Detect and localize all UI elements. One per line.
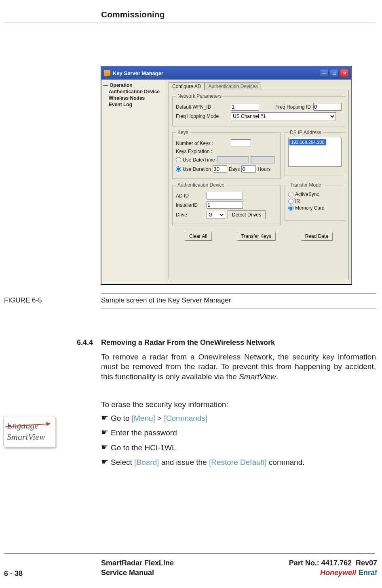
group-transfer-mode: Transfer Mode ActiveSync IR Memory Card xyxy=(285,182,345,221)
legend-ds-ip: DS IP Address xyxy=(288,130,323,135)
transfer-keys-button[interactable]: Transfer Keys xyxy=(237,232,276,241)
figure-rule-top xyxy=(101,293,376,294)
label-freq-hopping-id: Freq Hopping ID xyxy=(275,104,311,110)
ip-address-item[interactable]: 192.168.254.200 xyxy=(289,139,326,145)
badge-name: SmartView xyxy=(7,432,52,442)
footer-doc-title-2: Service Manual xyxy=(101,569,154,577)
detect-drives-button[interactable]: Detect Drives xyxy=(228,210,266,219)
input-ad-id[interactable] xyxy=(207,192,243,200)
tree-collapse-icon[interactable]: — xyxy=(103,82,108,88)
input-installer-id[interactable] xyxy=(207,201,243,209)
close-button[interactable]: ✕ xyxy=(340,69,349,77)
input-duration-hours[interactable] xyxy=(241,165,256,173)
legend-network-parameters: Network Parameters xyxy=(176,93,223,99)
select-drive[interactable]: G: xyxy=(207,211,225,219)
window-title: Key Server Manager xyxy=(113,70,319,76)
legend-auth-device: Authentication Device xyxy=(176,182,226,188)
section-number: 6.4.4 xyxy=(77,338,93,347)
radio-ir[interactable] xyxy=(288,199,293,204)
header-rule xyxy=(4,23,375,23)
label-activesync: ActiveSync xyxy=(295,191,319,197)
footer-doc-title-1: SmartRadar FlexLine xyxy=(101,559,174,567)
smartview-badge: Engauge SmartView xyxy=(3,416,56,447)
app-icon xyxy=(104,70,110,76)
group-keys: Keys Number of Keys : Keys Expiration : … xyxy=(172,130,281,179)
figure-caption: Sample screen of the Key Server Manager xyxy=(101,296,231,304)
paragraph-intro: To remove a radar from a Onewireless Net… xyxy=(101,352,376,382)
tab-configure-ad[interactable]: Configure AD xyxy=(169,82,205,90)
label-default-wfn-id: Default WFN_ID xyxy=(176,104,228,110)
input-duration-days[interactable] xyxy=(213,165,227,173)
label-days: Days xyxy=(229,166,240,172)
group-ds-ip: DS IP Address 192.168.254.200 xyxy=(285,130,345,177)
select-freq-hopping-mode[interactable]: US Channel #1 xyxy=(231,112,336,120)
label-hours: Hours xyxy=(257,166,270,172)
label-num-keys: Number of Keys : xyxy=(176,141,228,146)
input-exp-time xyxy=(251,156,275,164)
input-default-wfn-id[interactable] xyxy=(231,103,259,111)
input-num-keys[interactable] xyxy=(231,139,251,147)
label-freq-hopping-mode: Freq Hopping Mode xyxy=(176,113,228,119)
radio-use-datetime[interactable] xyxy=(176,157,181,162)
label-drive: Drive xyxy=(176,212,204,218)
group-auth-device: Authentication Device AD ID InstallerID … xyxy=(172,182,281,225)
figure-label: FIGURE 6-5 xyxy=(4,296,42,304)
window-titlebar: Key Server Manager — □ ✕ xyxy=(101,67,351,80)
paragraph-lead: To erase the security key information: xyxy=(101,400,376,410)
label-installer-id: InstallerID xyxy=(176,202,204,208)
footer-page-number: 6 - 38 xyxy=(4,569,23,578)
read-data-button[interactable]: Read Data xyxy=(301,232,333,241)
tree-item-wireless-nodes[interactable]: Wireless Nodes xyxy=(109,95,164,101)
hand-icon: ☛ xyxy=(101,443,108,451)
ref-restore-default: [Restore Default] xyxy=(209,458,267,466)
screenshot-key-server-manager: Key Server Manager — □ ✕ — Operation Aut… xyxy=(101,66,352,284)
group-network-parameters: Network Parameters Default WFN_ID Freq H… xyxy=(172,93,345,126)
footer-logo: HoneywellEnraf xyxy=(320,569,377,577)
label-keys-expiration: Keys Expiration : xyxy=(176,149,212,154)
footer-part-number: Part No.: 4417.762_Rev07 xyxy=(289,559,377,567)
input-freq-hopping-id[interactable] xyxy=(313,103,342,111)
footer-rule xyxy=(4,553,375,554)
maximize-button[interactable]: □ xyxy=(330,69,339,77)
step-1: ☛ Go to [Menu] > [Commands] xyxy=(101,414,376,423)
input-exp-date xyxy=(217,156,249,164)
step-4: ☛ Select [Board] and issue the [Restore … xyxy=(101,458,376,467)
tree-root-label[interactable]: Operation xyxy=(110,82,133,88)
legend-keys: Keys xyxy=(176,130,190,135)
step-3: ☛ Go to the HCI-1WL xyxy=(101,443,376,453)
tree-item-event-log[interactable]: Event Log xyxy=(109,101,164,108)
radio-use-duration[interactable] xyxy=(176,166,181,172)
logo-honeywell: Honeywell xyxy=(320,569,356,577)
label-use-datetime: Use Date/Time xyxy=(183,157,215,163)
tab-auth-devices[interactable]: Authentication Devices xyxy=(205,82,261,90)
clear-all-button[interactable]: Clear All xyxy=(185,232,212,241)
section-title: Removing a Radar From the OneWireless Ne… xyxy=(101,338,275,347)
badge-strikethrough-text: Engauge xyxy=(7,420,52,431)
label-ad-id: AD ID xyxy=(176,193,204,199)
legend-transfer-mode: Transfer Mode xyxy=(288,182,323,188)
label-use-duration: Use Duration xyxy=(183,166,211,172)
step-2: ☛ Enter the password xyxy=(101,428,376,438)
list-ds-ip[interactable]: 192.168.254.200 xyxy=(288,138,342,167)
ref-board: [Board] xyxy=(134,458,159,466)
logo-enraf: Enraf xyxy=(359,569,377,577)
minimize-button[interactable]: — xyxy=(320,69,329,77)
figure-rule-bottom xyxy=(101,309,376,309)
ref-menu: [Menu] xyxy=(132,414,155,422)
tree-item-auth-device[interactable]: Authentication Device xyxy=(109,88,164,95)
hand-icon: ☛ xyxy=(101,428,108,436)
hand-icon: ☛ xyxy=(101,458,108,466)
radio-memory-card[interactable] xyxy=(288,206,293,211)
step-list: ☛ Go to [Menu] > [Commands] ☛ Enter the … xyxy=(101,414,376,472)
hand-icon: ☛ xyxy=(101,414,108,422)
running-header: Commissioning xyxy=(101,10,165,19)
radio-activesync[interactable] xyxy=(288,192,293,197)
label-ir: IR xyxy=(295,198,300,204)
nav-tree: — Operation Authentication Device Wirele… xyxy=(101,80,166,284)
label-memory-card: Memory Card xyxy=(295,205,325,211)
ref-commands: [Commands] xyxy=(164,414,208,422)
